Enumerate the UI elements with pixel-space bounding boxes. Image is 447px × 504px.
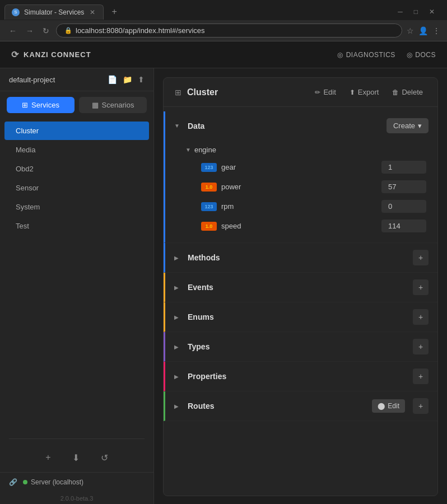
rpm-name: rpm [221, 202, 377, 211]
section-methods: ▶ Methods + [164, 243, 437, 273]
system-label: System [16, 203, 40, 211]
panel-actions: ✏ Edit ⬆ Export 🗑 Delete [311, 86, 426, 99]
active-tab[interactable]: S Simulator - Services ✕ [4, 4, 104, 20]
speed-name: speed [221, 222, 377, 230]
tab-close-button[interactable]: ✕ [89, 8, 96, 16]
delete-label: Delete [402, 88, 423, 96]
data-content: ▼ engine 123 gear 1 [165, 140, 437, 242]
section-events-header[interactable]: ▶ Events + [165, 273, 437, 302]
tab-scenarios[interactable]: ▦ Scenarios [79, 97, 147, 113]
server-label: Server (localhost) [31, 478, 83, 486]
app-header: ⟳ KANZI CONNECT ◎ DIAGNOSTICS ◎ DOCS [0, 41, 447, 68]
menu-icon[interactable]: ⋮ [432, 26, 440, 35]
section-types-header[interactable]: ▶ Types + [165, 332, 437, 361]
speed-value[interactable]: 114 [381, 220, 426, 232]
properties-section-title: Properties [188, 372, 408, 381]
data-item-gear: 123 gear 1 [183, 157, 429, 177]
sidebar-item-obd2[interactable]: Obd2 [4, 160, 149, 178]
sensor-label: Sensor [16, 184, 39, 192]
routes-chevron-icon: ▶ [174, 403, 183, 409]
minimize-button[interactable]: ─ [394, 7, 406, 17]
refresh-button[interactable]: ↻ [40, 25, 52, 36]
rpm-type-badge: 123 [201, 202, 217, 211]
panel-container: ⊞ Cluster ✏ Edit ⬆ Export 🗑 D [163, 77, 438, 496]
download-button[interactable]: ⬇ [70, 450, 82, 465]
obd2-label: Obd2 [16, 165, 34, 173]
section-types: ▶ Types + [164, 332, 437, 362]
data-chevron-icon: ▼ [174, 123, 183, 129]
url-text: localhost:8080/app/index.html#/services [76, 26, 205, 35]
enums-add-button[interactable]: + [413, 309, 429, 325]
create-button[interactable]: Create ▾ [387, 118, 429, 133]
export-button[interactable]: ⬆ Export [346, 86, 383, 99]
sidebar-item-sensor[interactable]: Sensor [4, 179, 149, 197]
forward-button[interactable]: → [24, 25, 36, 36]
section-enums-header[interactable]: ▶ Enums + [165, 302, 437, 332]
data-section-title: Data [188, 122, 382, 130]
methods-add-button[interactable]: + [413, 250, 429, 265]
rpm-value[interactable]: 0 [381, 200, 426, 213]
sidebar-item-system[interactable]: System [4, 198, 149, 216]
export-label: Export [358, 88, 379, 96]
server-status-dot [23, 480, 27, 484]
services-tab-label: Services [31, 101, 59, 109]
delete-button[interactable]: 🗑 Delete [389, 86, 426, 99]
section-enums: ▶ Enums + [164, 302, 437, 332]
diagnostics-link[interactable]: ◎ DIAGNOSTICS [337, 51, 395, 59]
section-routes-header[interactable]: ▶ Routes ⬤ Edit + [165, 391, 437, 421]
methods-chevron-icon: ▶ [174, 255, 183, 261]
gear-type-badge: 123 [201, 163, 217, 172]
enums-chevron-icon: ▶ [174, 314, 183, 320]
address-right-icons: ☆ 👤 ⋮ [407, 26, 440, 35]
section-data-header[interactable]: ▼ Data Create ▾ [165, 111, 437, 140]
sidebar-item-test[interactable]: Test [4, 217, 149, 235]
main-content: default-project 📄 📁 ⬆ ⊞ Services ▦ Scena… [0, 68, 447, 504]
docs-icon: ◎ [407, 51, 413, 59]
section-properties: ▶ Properties + [164, 362, 437, 391]
add-service-button[interactable]: + [43, 450, 53, 465]
edit-button[interactable]: ✏ Edit [311, 86, 339, 99]
routes-edit-label: Edit [388, 402, 399, 410]
bookmark-icon[interactable]: ☆ [407, 26, 414, 35]
section-properties-header[interactable]: ▶ Properties + [165, 362, 437, 391]
routes-edit-button[interactable]: ⬤ Edit [372, 399, 405, 413]
properties-add-button[interactable]: + [413, 368, 429, 384]
routes-add-button[interactable]: + [413, 398, 429, 414]
media-label: Media [16, 146, 35, 154]
profile-icon[interactable]: 👤 [418, 26, 428, 35]
close-window-button[interactable]: ✕ [426, 7, 438, 17]
section-routes: ▶ Routes ⬤ Edit + [164, 391, 437, 421]
diagnostics-icon: ◎ [337, 51, 343, 59]
engine-group-header[interactable]: ▼ engine [183, 142, 429, 157]
diagnostics-label: DIAGNOSTICS [346, 51, 395, 59]
new-tab-button[interactable]: + [106, 3, 122, 20]
types-chevron-icon: ▶ [174, 344, 183, 350]
upload-icon[interactable]: ⬆ [138, 75, 145, 84]
docs-link[interactable]: ◎ DOCS [407, 51, 436, 59]
events-add-button[interactable]: + [413, 279, 429, 295]
types-add-button[interactable]: + [413, 339, 429, 354]
maximize-button[interactable]: □ [411, 7, 421, 17]
gear-value[interactable]: 1 [381, 161, 426, 174]
header-right: ◎ DIAGNOSTICS ◎ DOCS [337, 51, 436, 59]
engine-group-name: engine [194, 146, 216, 154]
project-icons: 📄 📁 ⬆ [108, 75, 145, 84]
sidebar-item-cluster[interactable]: Cluster [4, 122, 149, 140]
back-button[interactable]: ← [7, 25, 19, 36]
edit-icon: ✏ [315, 88, 320, 96]
open-folder-icon[interactable]: 📁 [123, 75, 132, 84]
cluster-title-icon: ⊞ [175, 88, 181, 97]
app-logo: ⟳ KANZI CONNECT [11, 49, 91, 60]
power-type-badge: 1.0 [201, 183, 217, 192]
power-value[interactable]: 57 [381, 180, 426, 193]
section-methods-header[interactable]: ▶ Methods + [165, 243, 437, 272]
sidebar: default-project 📄 📁 ⬆ ⊞ Services ▦ Scena… [0, 68, 154, 504]
tab-services[interactable]: ⊞ Services [7, 97, 74, 113]
events-section-title: Events [188, 283, 408, 292]
docs-label: DOCS [415, 51, 436, 59]
main-panel: ⊞ Cluster ✏ Edit ⬆ Export 🗑 D [154, 68, 447, 504]
new-file-icon[interactable]: 📄 [108, 75, 117, 84]
reload-button[interactable]: ↺ [99, 450, 110, 465]
url-bar[interactable]: 🔒 localhost:8080/app/index.html#/service… [56, 24, 402, 38]
sidebar-item-media[interactable]: Media [4, 141, 149, 159]
